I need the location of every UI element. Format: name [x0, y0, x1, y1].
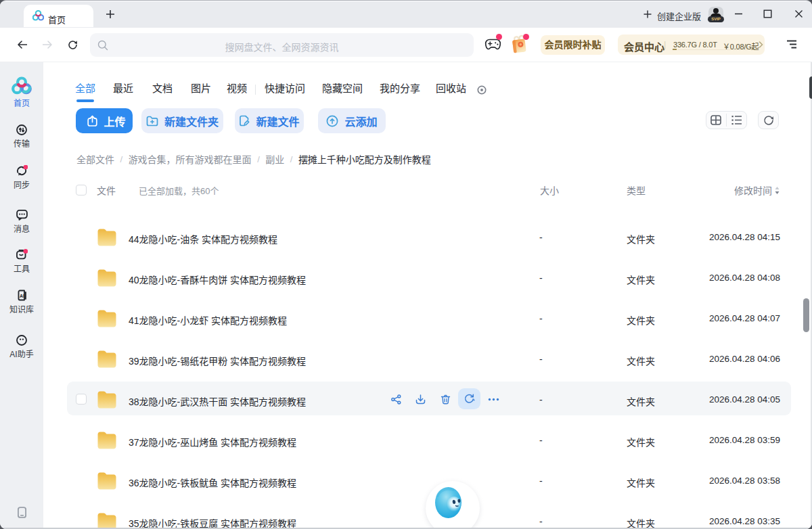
- svg-text:AI: AI: [20, 294, 24, 298]
